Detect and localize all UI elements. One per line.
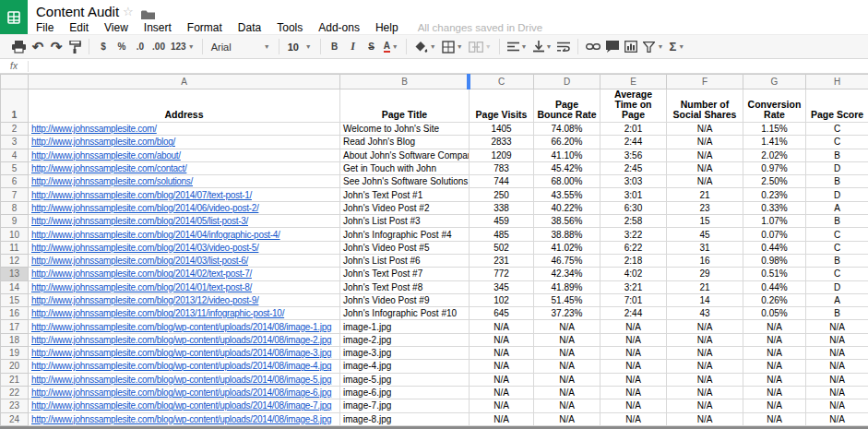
column-header-C[interactable]: C: [470, 75, 534, 89]
cell[interactable]: N/A: [743, 360, 806, 373]
cell[interactable]: Address: [29, 89, 340, 123]
menu-insert[interactable]: Insert: [144, 21, 172, 34]
cell[interactable]: http://www.johnssamplesite.com/blog/wp-c…: [29, 412, 340, 425]
cell[interactable]: John's Video Post #5: [340, 241, 470, 254]
cell[interactable]: N/A: [470, 373, 534, 386]
cell[interactable]: Page Bounce Rate: [534, 89, 600, 123]
row-header-17[interactable]: 17: [1, 320, 29, 333]
star-icon[interactable]: ☆: [123, 5, 134, 18]
row-header-13[interactable]: 13: [1, 268, 29, 280]
cell[interactable]: N/A: [470, 412, 534, 425]
cell[interactable]: 102: [470, 293, 534, 306]
cell[interactable]: Conversion Rate: [743, 89, 806, 123]
cell[interactable]: 40.22%: [534, 201, 600, 214]
row-header-5[interactable]: 5: [1, 161, 29, 174]
cell[interactable]: http://www.johnssamplesite.com/blog/2014…: [29, 280, 340, 293]
cell[interactable]: 3:56: [600, 149, 667, 161]
paint-format-button[interactable]: [65, 38, 84, 56]
fill-color-button[interactable]: ▼: [411, 38, 439, 56]
cell[interactable]: image-5.jpg: [340, 373, 470, 386]
cell[interactable]: 0.05%: [743, 307, 806, 320]
cell[interactable]: B: [806, 175, 868, 188]
cell[interactable]: N/A: [667, 320, 743, 333]
row-header-19[interactable]: 19: [1, 347, 29, 360]
wrap-text-button[interactable]: [554, 38, 573, 56]
cell[interactable]: John's Text Post #8: [340, 280, 470, 293]
row-header-3[interactable]: 3: [1, 136, 29, 149]
cell[interactable]: See John's Software Solutions: [340, 175, 470, 188]
cell[interactable]: 2:01: [600, 123, 667, 136]
cell[interactable]: N/A: [806, 333, 868, 346]
row-header-14[interactable]: 14: [1, 280, 29, 293]
format-percent-button[interactable]: %: [113, 38, 131, 56]
cell[interactable]: 23: [667, 201, 743, 214]
menu-help[interactable]: Help: [375, 21, 398, 34]
vertical-align-button[interactable]: ▼: [530, 38, 555, 56]
format-currency-button[interactable]: $: [94, 38, 113, 56]
cell[interactable]: http://www.johnssamplesite.com/blog/2013…: [29, 293, 340, 306]
cell[interactable]: Number of Social Shares: [667, 89, 743, 123]
cell[interactable]: N/A: [534, 347, 600, 360]
filter-button[interactable]: ▼: [640, 38, 666, 56]
cell[interactable]: http://www.johnssamplesite.com/blog/2014…: [29, 201, 340, 214]
decrease-decimal-button[interactable]: .0: [131, 38, 149, 56]
row-header-15[interactable]: 15: [1, 293, 29, 306]
more-formats-button[interactable]: 123 ▼: [168, 38, 197, 56]
column-header-F[interactable]: F: [667, 75, 743, 89]
cell[interactable]: 4:02: [600, 268, 667, 280]
row-header-18[interactable]: 18: [1, 333, 29, 346]
row-header-4[interactable]: 4: [1, 149, 29, 161]
cell[interactable]: 250: [470, 188, 534, 201]
cell[interactable]: 2:44: [600, 136, 667, 149]
cell[interactable]: N/A: [667, 399, 743, 412]
cell[interactable]: N/A: [806, 373, 868, 386]
row-header-23[interactable]: 23: [1, 399, 29, 412]
cell[interactable]: John's Text Post #7: [340, 268, 470, 280]
italic-button[interactable]: I: [344, 38, 363, 56]
cell[interactable]: 68.00%: [534, 175, 600, 188]
borders-button[interactable]: ▼: [439, 38, 466, 56]
cell[interactable]: 45.42%: [534, 161, 600, 174]
cell[interactable]: N/A: [667, 123, 743, 136]
cell[interactable]: 0.23%: [743, 188, 806, 201]
cell[interactable]: image-2.jpg: [340, 333, 470, 346]
menu-tools[interactable]: Tools: [277, 21, 303, 34]
cell[interactable]: 51.45%: [534, 293, 600, 306]
cell[interactable]: B: [806, 307, 868, 320]
cell[interactable]: N/A: [534, 333, 600, 346]
cell[interactable]: 37.23%: [534, 307, 600, 320]
cell[interactable]: image-7.jpg: [340, 399, 470, 412]
row-header-24[interactable]: 24: [1, 412, 29, 425]
cell[interactable]: C: [806, 123, 868, 136]
cell[interactable]: http://www.johnssamplesite.com/blog/2014…: [29, 241, 340, 254]
menu-view[interactable]: View: [104, 21, 128, 34]
cell[interactable]: N/A: [743, 320, 806, 333]
cell[interactable]: image-4.jpg: [340, 360, 470, 373]
redo-button[interactable]: ↷: [47, 38, 65, 56]
cell[interactable]: N/A: [470, 386, 534, 399]
print-button[interactable]: [9, 38, 29, 56]
strikethrough-button[interactable]: S: [363, 38, 381, 56]
cell[interactable]: N/A: [534, 373, 600, 386]
cell[interactable]: 43.55%: [534, 188, 600, 201]
cell[interactable]: http://www.johnssamplesite.com/blog/2013…: [29, 307, 340, 320]
cell[interactable]: John's Video Post #2: [340, 201, 470, 214]
cell[interactable]: image-6.jpg: [340, 386, 470, 399]
cell[interactable]: 1405: [470, 123, 534, 136]
cell[interactable]: 1209: [470, 149, 534, 161]
cell[interactable]: 43: [667, 307, 743, 320]
column-header-H[interactable]: H: [806, 75, 868, 89]
cell[interactable]: http://www.johnssamplesite.com/blog/2014…: [29, 268, 340, 280]
row-header-20[interactable]: 20: [1, 360, 29, 373]
cell[interactable]: N/A: [743, 386, 806, 399]
cell[interactable]: N/A: [600, 412, 667, 425]
cell[interactable]: http://www.johnssamplesite.com/: [29, 123, 340, 136]
cell[interactable]: http://www.johnssamplesite.com/blog/wp-c…: [29, 347, 340, 360]
cell[interactable]: N/A: [667, 347, 743, 360]
row-header-12[interactable]: 12: [1, 254, 29, 267]
cell[interactable]: John's Video Post #9: [340, 293, 470, 306]
cell[interactable]: http://www.johnssamplesite.com/solutions…: [29, 175, 340, 188]
cell[interactable]: John's Infographic Post #4: [340, 228, 470, 241]
menu-data[interactable]: Data: [238, 21, 261, 34]
insert-link-button[interactable]: [583, 38, 603, 56]
